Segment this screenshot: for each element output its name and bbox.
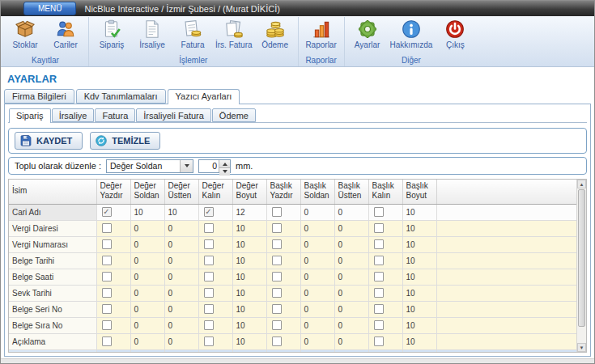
grid-checkbox-cell[interactable] — [198, 317, 232, 333]
spinner-down-button[interactable] — [219, 167, 230, 176]
grid-checkbox-cell[interactable] — [198, 236, 232, 252]
ribbon-item-siparis[interactable]: Sipariş — [91, 17, 132, 50]
grid-value-cell[interactable]: 10 — [232, 252, 266, 269]
checkbox[interactable] — [374, 336, 384, 346]
grid-value-cell[interactable]: 0 — [334, 349, 368, 353]
grid-value-cell[interactable]: 10 — [402, 333, 436, 349]
grid-value-cell[interactable]: 0 — [334, 285, 368, 301]
checkbox[interactable] — [272, 336, 282, 346]
ribbon-item-cikis[interactable]: Çıkış — [435, 17, 475, 50]
column-header[interactable]: Değer Üstten — [164, 180, 198, 204]
grid-checkbox-cell[interactable] — [198, 220, 232, 236]
grid-checkbox-cell[interactable] — [368, 220, 402, 236]
table-row[interactable]: Cari Adı✓1010✓120010 — [9, 204, 586, 220]
table-row[interactable]: Vergi Dairesi00100010 — [9, 220, 586, 236]
grid-value-cell[interactable]: 0 — [334, 301, 368, 317]
save-button[interactable]: KAYDET — [15, 132, 83, 150]
grid-value-cell[interactable]: 10 — [232, 317, 266, 333]
column-header[interactable]: Değer Boyut — [232, 180, 266, 204]
grid-value-cell[interactable]: 0 — [334, 252, 368, 269]
tab-yazici-ayarlari[interactable]: Yazıcı Ayarları — [168, 89, 240, 104]
checkbox[interactable] — [374, 304, 384, 314]
checkbox[interactable] — [272, 320, 282, 330]
table-row[interactable]: Belge Seri No00100010 — [9, 301, 586, 317]
grid-checkbox-cell[interactable] — [368, 285, 402, 301]
grid-value-cell[interactable]: 10 — [232, 236, 266, 252]
grid-checkbox-cell[interactable] — [266, 333, 300, 349]
checkbox[interactable] — [272, 239, 282, 249]
grid-value-cell[interactable]: 0 — [334, 204, 368, 220]
grid-checkbox-cell[interactable] — [266, 301, 300, 317]
grid-checkbox-cell[interactable] — [266, 252, 300, 269]
grid-checkbox-cell[interactable] — [368, 349, 402, 353]
grid-value-cell[interactable]: 10 — [130, 204, 164, 220]
grid-value-cell[interactable]: 10 — [402, 252, 436, 269]
row-name-cell[interactable]: Belge Saati — [9, 269, 96, 285]
checkbox[interactable] — [102, 320, 112, 330]
checkbox[interactable] — [204, 336, 214, 346]
table-row[interactable]: Belge Tarihi00100010 — [9, 252, 586, 269]
grid-value-cell[interactable]: 0 — [334, 236, 368, 252]
checkbox[interactable] — [102, 336, 112, 346]
grid-checkbox-cell[interactable] — [198, 301, 232, 317]
grid-value-cell[interactable]: 0 — [300, 269, 334, 285]
table-row[interactable]: Vergi Numarası00100010 — [9, 236, 586, 252]
grid-value-cell[interactable]: 10 — [232, 349, 266, 353]
grid-value-cell[interactable]: 10 — [232, 333, 266, 349]
grid-checkbox-cell[interactable] — [266, 220, 300, 236]
bulk-edit-value-spinner[interactable]: 0 — [198, 159, 231, 173]
grid-value-cell[interactable]: 0 — [300, 220, 334, 236]
grid-value-cell[interactable]: 10 — [232, 285, 266, 301]
grid-checkbox-cell[interactable] — [198, 269, 232, 285]
ribbon-item-irs-fatura[interactable]: İrs. Fatura — [213, 17, 255, 50]
spinner-up-button[interactable] — [219, 160, 230, 167]
row-name-cell[interactable]: Ürün Kodu — [9, 349, 96, 353]
grid-value-cell[interactable]: 0 — [130, 236, 164, 252]
grid-value-cell[interactable]: 0 — [164, 285, 198, 301]
checkbox[interactable] — [204, 223, 214, 233]
row-name-cell[interactable]: Belge Tarihi — [9, 252, 96, 269]
checkbox[interactable]: ✓ — [102, 207, 112, 217]
menu-button[interactable]: MENÜ — [23, 2, 76, 15]
grid-value-cell[interactable]: 0 — [164, 252, 198, 269]
grid-value-cell[interactable]: 0 — [164, 236, 198, 252]
subtab-irsaliye[interactable]: İrsaliye — [52, 108, 95, 122]
checkbox[interactable] — [374, 320, 384, 330]
grid-checkbox-cell[interactable]: ✓ — [96, 204, 130, 220]
checkbox[interactable] — [374, 207, 384, 217]
table-row[interactable]: Belge Sıra No00100010 — [9, 317, 586, 333]
ribbon-item-raporlar[interactable]: Raporlar — [301, 17, 342, 50]
ribbon-item-irsaliye[interactable]: İrsaliye — [132, 17, 172, 50]
grid-checkbox-cell[interactable] — [96, 252, 130, 269]
subtab-irsaliyeli-fatura[interactable]: İrsaliyeli Fatura — [136, 108, 211, 122]
checkbox[interactable] — [272, 288, 282, 298]
checkbox[interactable] — [374, 223, 384, 233]
scroll-thumb[interactable] — [578, 189, 585, 327]
grid-checkbox-cell[interactable] — [198, 252, 232, 269]
checkbox[interactable] — [272, 207, 282, 217]
checkbox[interactable] — [374, 256, 384, 265]
subtab-siparis[interactable]: Sipariş — [9, 108, 51, 123]
chevron-down-icon[interactable] — [180, 160, 193, 172]
subtab-odeme[interactable]: Ödeme — [212, 108, 256, 122]
grid-value-cell[interactable]: 10 — [402, 301, 436, 317]
grid-checkbox-cell[interactable] — [368, 269, 402, 285]
checkbox[interactable] — [102, 239, 112, 249]
grid-checkbox-cell[interactable] — [96, 333, 130, 349]
grid-checkbox-cell[interactable] — [266, 236, 300, 252]
scroll-down-icon[interactable]: ▼ — [577, 343, 586, 352]
checkbox[interactable] — [102, 256, 112, 265]
grid-value-cell[interactable]: 10 — [402, 317, 436, 333]
column-header[interactable]: Başlık Boyut — [402, 180, 436, 204]
ribbon-item-stoklar[interactable]: Stoklar — [5, 17, 45, 50]
vertical-scrollbar[interactable]: ▲ ▼ — [576, 180, 586, 352]
grid-value-cell[interactable]: 0 — [130, 252, 164, 269]
grid-value-cell[interactable]: 10 — [402, 220, 436, 236]
grid-value-cell[interactable]: 12 — [232, 204, 266, 220]
column-header[interactable]: Başlık Yazdır — [266, 180, 300, 204]
grid-checkbox-cell[interactable] — [368, 333, 402, 349]
grid-value-cell[interactable]: 0 — [300, 285, 334, 301]
grid-value-cell[interactable]: 0 — [300, 204, 334, 220]
grid-value-cell[interactable]: 10 — [164, 204, 198, 220]
grid-checkbox-cell[interactable] — [368, 236, 402, 252]
